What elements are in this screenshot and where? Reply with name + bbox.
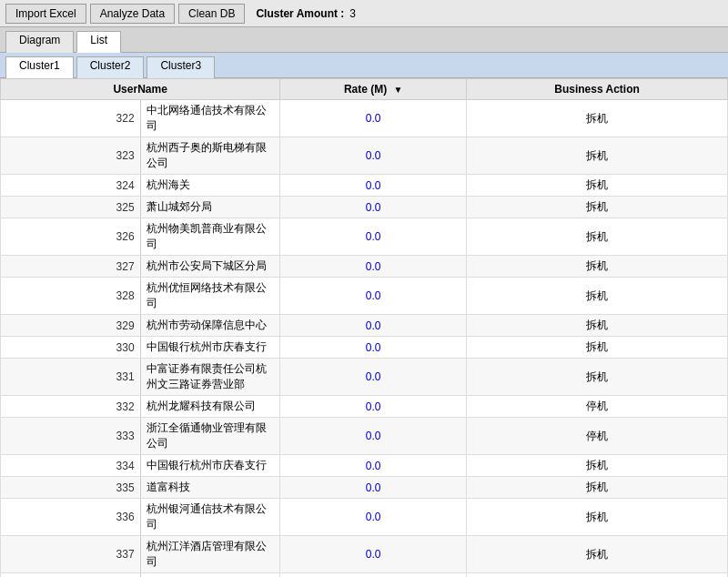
row-username: 杭州西子奥的斯电梯有限公司 — [140, 137, 280, 175]
row-rate: 0.0 — [280, 315, 467, 337]
row-action: 拆机 — [467, 175, 728, 197]
row-num: 325 — [1, 197, 141, 218]
row-num: 331 — [1, 359, 141, 396]
table-row: 334 中国银行杭州市庆春支行 0.0 拆机 — [1, 455, 728, 477]
row-num: 336 — [1, 499, 141, 536]
table-row: 329 杭州市劳动保障信息中心 0.0 拆机 — [1, 315, 728, 337]
row-rate: 0.0 — [280, 278, 467, 315]
row-username: 道富科技 — [140, 477, 280, 499]
row-username: 杭州优恒网络技术有限公司 — [140, 278, 280, 315]
row-rate: 0.0 — [280, 137, 467, 175]
row-action: 拆机 — [467, 455, 728, 477]
table-row: 326 杭州物美凯普商业有限公司 0.0 拆机 — [1, 218, 728, 256]
cluster-tab-2[interactable]: Cluster2 — [76, 56, 145, 78]
row-username: 杭州市劳动保障信息中心 — [140, 315, 280, 337]
row-num: 334 — [1, 455, 141, 477]
row-action: 拆机 — [467, 337, 728, 359]
row-rate: 0.0 — [280, 359, 467, 396]
table-row: 325 萧山城郊分局 0.0 拆机 — [1, 197, 728, 218]
row-rate: 0.0 — [280, 100, 467, 137]
table-row: 323 杭州西子奥的斯电梯有限公司 0.0 拆机 — [1, 137, 728, 175]
table-row: 338 杭州道同农业有限公司 0.0 拆机 — [1, 573, 728, 578]
row-rate: 0.0 — [280, 536, 467, 573]
row-action: 拆机 — [467, 218, 728, 256]
table-row: 335 道富科技 0.0 拆机 — [1, 477, 728, 499]
row-rate: 0.0 — [280, 337, 467, 359]
cluster-amount-value: 3 — [349, 7, 356, 20]
row-username: 浙江全循通物业管理有限公司 — [140, 418, 280, 455]
row-rate: 0.0 — [280, 455, 467, 477]
row-username: 杭州龙耀科技有限公司 — [140, 396, 280, 418]
row-action: 拆机 — [467, 197, 728, 218]
row-username: 中国银行杭州市庆春支行 — [140, 455, 280, 477]
row-num: 328 — [1, 278, 141, 315]
row-username: 杭州物美凯普商业有限公司 — [140, 218, 280, 256]
row-rate: 0.0 — [280, 396, 467, 418]
table-row: 328 杭州优恒网络技术有限公司 0.0 拆机 — [1, 278, 728, 315]
tab-diagram[interactable]: Diagram — [5, 31, 74, 53]
toolbar: Import Excel Analyze Data Clean DB Clust… — [0, 0, 728, 27]
row-rate: 0.0 — [280, 218, 467, 256]
row-action: 停机 — [467, 396, 728, 418]
row-rate: 0.0 — [280, 573, 467, 578]
row-action: 拆机 — [467, 100, 728, 137]
table-row: 327 杭州市公安局下城区分局 0.0 拆机 — [1, 256, 728, 278]
row-num: 327 — [1, 256, 141, 278]
cluster-tab-1[interactable]: Cluster1 — [5, 56, 74, 78]
table-row: 332 杭州龙耀科技有限公司 0.0 停机 — [1, 396, 728, 418]
row-num: 333 — [1, 418, 141, 455]
row-action: 拆机 — [467, 137, 728, 175]
row-username: 杭州道同农业有限公司 — [140, 573, 280, 578]
view-tabs: Diagram List — [0, 27, 728, 53]
col-header-username: UserName — [1, 79, 280, 100]
row-rate: 0.0 — [280, 477, 467, 499]
table-row: 330 中国银行杭州市庆春支行 0.0 拆机 — [1, 337, 728, 359]
row-num: 332 — [1, 396, 141, 418]
row-username: 中国银行杭州市庆春支行 — [140, 337, 280, 359]
data-table: UserName Rate (M) ▼ Business Action 322 … — [0, 78, 728, 577]
row-action: 拆机 — [467, 477, 728, 499]
col-header-rate[interactable]: Rate (M) ▼ — [280, 79, 467, 100]
row-action: 拆机 — [467, 359, 728, 396]
row-num: 337 — [1, 536, 141, 573]
row-username: 萧山城郊分局 — [140, 197, 280, 218]
table-row: 337 杭州江洋酒店管理有限公司 0.0 拆机 — [1, 536, 728, 573]
row-username: 杭州江洋酒店管理有限公司 — [140, 536, 280, 573]
row-action: 拆机 — [467, 315, 728, 337]
row-action: 拆机 — [467, 278, 728, 315]
row-action: 拆机 — [467, 256, 728, 278]
table-row: 336 杭州银河通信技术有限公司 0.0 拆机 — [1, 499, 728, 536]
analyze-data-button[interactable]: Analyze Data — [90, 4, 175, 24]
tab-list[interactable]: List — [76, 31, 121, 53]
row-action: 拆机 — [467, 573, 728, 578]
row-num: 338 — [1, 573, 141, 578]
col-header-action: Business Action — [467, 79, 728, 100]
row-action: 拆机 — [467, 536, 728, 573]
row-num: 335 — [1, 477, 141, 499]
row-num: 324 — [1, 175, 141, 197]
row-rate: 0.0 — [280, 256, 467, 278]
table-row: 322 中北网络通信技术有限公司 0.0 拆机 — [1, 100, 728, 137]
row-username: 中富证券有限责任公司杭州文三路证券营业部 — [140, 359, 280, 396]
row-rate: 0.0 — [280, 197, 467, 218]
row-username: 中北网络通信技术有限公司 — [140, 100, 280, 137]
import-excel-button[interactable]: Import Excel — [5, 4, 86, 24]
row-num: 326 — [1, 218, 141, 256]
row-action: 拆机 — [467, 499, 728, 536]
row-rate: 0.0 — [280, 418, 467, 455]
row-rate: 0.0 — [280, 499, 467, 536]
clean-db-button[interactable]: Clean DB — [178, 4, 245, 24]
table-container: UserName Rate (M) ▼ Business Action 322 … — [0, 78, 728, 577]
sort-arrow-rate: ▼ — [394, 85, 403, 95]
cluster-tabs: Cluster1 Cluster2 Cluster3 — [0, 53, 728, 78]
cluster-tab-3[interactable]: Cluster3 — [147, 56, 215, 78]
row-rate: 0.0 — [280, 175, 467, 197]
row-num: 323 — [1, 137, 141, 175]
row-num: 330 — [1, 337, 141, 359]
row-username: 杭州市公安局下城区分局 — [140, 256, 280, 278]
cluster-amount-label: Cluster Amount : — [256, 7, 344, 20]
table-row: 324 杭州海关 0.0 拆机 — [1, 175, 728, 197]
row-num: 329 — [1, 315, 141, 337]
row-action: 停机 — [467, 418, 728, 455]
row-num: 322 — [1, 100, 141, 137]
